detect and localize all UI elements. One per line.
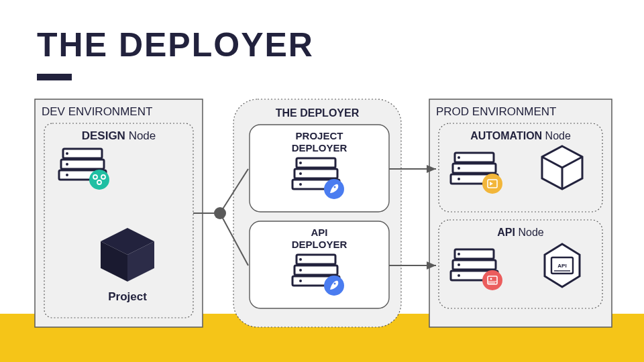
automation-node-strong: AUTOMATION bbox=[470, 130, 542, 141]
svg-text:DESIGN Node: DESIGN Node bbox=[82, 129, 156, 142]
svg-point-31 bbox=[334, 283, 336, 285]
project-deployer-line2: DEPLOYER bbox=[292, 142, 347, 154]
automation-node-rest: Node bbox=[542, 130, 571, 141]
svg-point-18 bbox=[299, 162, 302, 164]
bundle-cube-icon bbox=[542, 146, 582, 189]
design-node-strong: DESIGN bbox=[82, 129, 125, 142]
svg-point-27 bbox=[299, 258, 302, 261]
svg-point-6 bbox=[66, 152, 68, 155]
svg-text:API Node: API Node bbox=[497, 227, 543, 238]
svg-text:AUTOMATION Node: AUTOMATION Node bbox=[470, 130, 571, 141]
svg-point-7 bbox=[66, 163, 68, 166]
prod-environment-box: PROD ENVIRONMENT AUTOMATION Node bbox=[429, 99, 612, 327]
project-deployer-card: PROJECT DEPLOYER bbox=[250, 125, 389, 212]
deployer-label: THE DEPLOYER bbox=[276, 107, 360, 119]
svg-point-51 bbox=[482, 270, 502, 290]
svg-rect-15 bbox=[297, 158, 335, 168]
svg-rect-45 bbox=[455, 249, 494, 259]
svg-point-28 bbox=[299, 269, 302, 272]
svg-point-22 bbox=[334, 186, 336, 188]
svg-point-8 bbox=[66, 174, 68, 176]
svg-point-9 bbox=[89, 170, 109, 190]
api-node-strong: API bbox=[497, 227, 515, 238]
svg-rect-35 bbox=[455, 153, 494, 162]
project-deployer-line1: PROJECT bbox=[296, 130, 343, 141]
svg-point-49 bbox=[458, 263, 460, 266]
api-tag: API bbox=[557, 263, 566, 269]
api-node-rest: Node bbox=[515, 227, 544, 238]
prod-env-label: PROD ENVIRONMENT bbox=[436, 105, 556, 118]
dev-environment-box: DEV ENVIRONMENT DESIGN Node P bbox=[35, 99, 203, 327]
api-deployer-line2: DEPLOYER bbox=[292, 239, 347, 250]
api-deployer-card: API DEPLOYER bbox=[250, 221, 389, 308]
svg-point-20 bbox=[299, 183, 302, 186]
svg-point-48 bbox=[458, 253, 460, 255]
dev-env-label: DEV ENVIRONMENT bbox=[42, 105, 152, 118]
api-hexagon-icon: API bbox=[545, 244, 580, 287]
svg-point-19 bbox=[299, 172, 302, 175]
svg-point-40 bbox=[458, 178, 460, 180]
design-node-rest: Node bbox=[125, 129, 156, 142]
svg-rect-3 bbox=[63, 149, 102, 158]
svg-point-38 bbox=[458, 156, 460, 159]
svg-point-39 bbox=[458, 167, 460, 170]
svg-point-53 bbox=[490, 278, 492, 280]
svg-rect-24 bbox=[297, 255, 335, 264]
api-deployer-line1: API bbox=[311, 227, 327, 238]
project-label: Project bbox=[108, 290, 147, 303]
svg-point-29 bbox=[299, 280, 302, 282]
page-title: THE DEPLOYER bbox=[37, 25, 314, 64]
title-underline bbox=[37, 74, 72, 80]
deployer-column: THE DEPLOYER PROJECT DEPLOYER bbox=[233, 99, 401, 327]
svg-point-50 bbox=[458, 274, 460, 277]
